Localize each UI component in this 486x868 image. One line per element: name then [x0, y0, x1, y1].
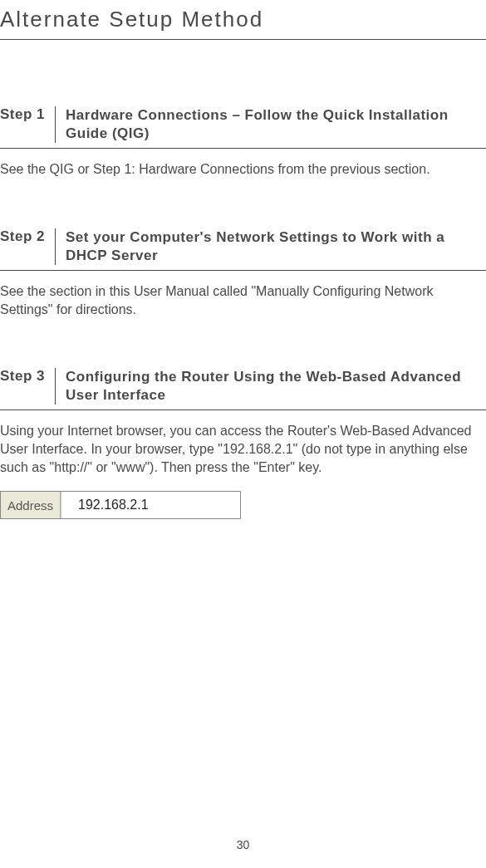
step-2-header: Step 2 Set your Computer's Network Setti…	[0, 228, 486, 271]
step-3-header: Step 3 Configuring the Router Using the …	[0, 368, 486, 410]
step-2: Step 2 Set your Computer's Network Setti…	[0, 228, 486, 318]
step-3-body: Using your Internet browser, you can acc…	[0, 422, 486, 476]
page-number: 30	[0, 838, 486, 851]
step-1-label: Step 1	[0, 106, 56, 143]
address-bar-value[interactable]: 192.168.2.1	[61, 492, 240, 518]
step-3: Step 3 Configuring the Router Using the …	[0, 368, 486, 519]
step-2-label: Step 2	[0, 228, 56, 265]
address-bar: Address 192.168.2.1	[0, 491, 241, 519]
step-2-body: See the section in this User Manual call…	[0, 282, 486, 318]
step-3-label: Step 3	[0, 368, 56, 405]
step-1-body: See the QIG or Step 1: Hardware Connecti…	[0, 160, 486, 179]
step-1-title: Hardware Connections – Follow the Quick …	[56, 106, 486, 143]
address-bar-label: Address	[1, 492, 61, 518]
step-3-title: Configuring the Router Using the Web-Bas…	[56, 368, 486, 405]
step-1-header: Step 1 Hardware Connections – Follow the…	[0, 106, 486, 149]
page-title: Alternate Setup Method	[0, 0, 486, 40]
step-1: Step 1 Hardware Connections – Follow the…	[0, 106, 486, 179]
step-2-title: Set your Computer's Network Settings to …	[56, 228, 486, 265]
